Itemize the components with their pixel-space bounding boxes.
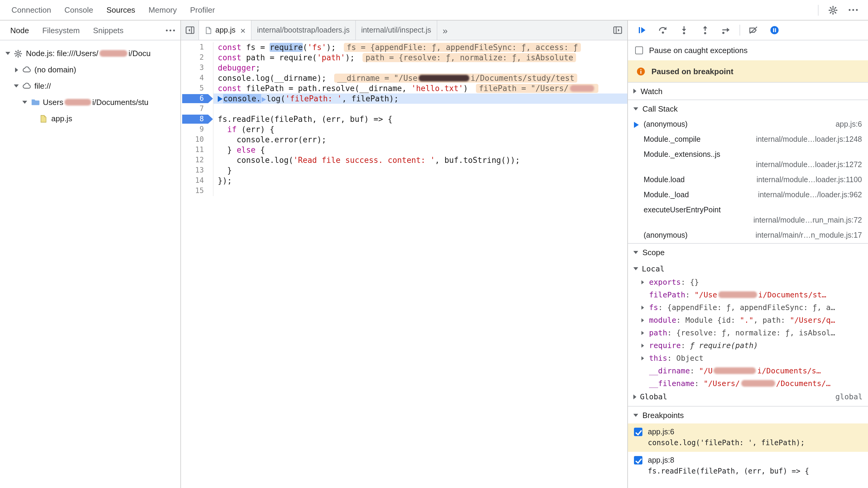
scope-property[interactable]: module: Module {id: ".", path: "/Users/q… <box>628 314 868 326</box>
line-number[interactable]: 15 <box>182 186 213 195</box>
line-number[interactable]: 1 <box>182 43 213 52</box>
tree-item[interactable]: (no domain) <box>0 62 180 78</box>
line-gutter[interactable]: 9 <box>181 124 214 134</box>
navigator-menu-kebab-icon[interactable] <box>165 25 176 36</box>
scope-section-header[interactable]: Scope <box>628 244 868 261</box>
expander-open-icon[interactable] <box>12 85 21 88</box>
step-over-icon[interactable] <box>657 25 668 36</box>
scope-property[interactable]: this: Object <box>628 352 868 364</box>
line-content[interactable]: const fs = require('fs');fs = {appendFil… <box>214 42 627 53</box>
expander-closed-icon[interactable] <box>641 330 649 335</box>
line-gutter[interactable]: 2 <box>181 53 214 63</box>
panel-tab-memory[interactable]: Memory <box>142 0 183 20</box>
line-content[interactable]: debugger; <box>214 63 627 73</box>
line-gutter[interactable]: 8 <box>181 114 214 124</box>
close-tab-icon[interactable]: × <box>240 26 246 35</box>
call-stack-frame[interactable]: Module._compileinternal/module…loader.js… <box>628 132 868 147</box>
call-stack-frame[interactable]: (anonymous)app.js:6 <box>628 117 868 132</box>
line-content[interactable]: } <box>214 165 627 176</box>
line-gutter[interactable]: 12 <box>181 155 214 165</box>
scope-group-local[interactable]: Local <box>628 262 868 276</box>
pause-on-exceptions-icon[interactable] <box>769 25 780 36</box>
tree-item[interactable]: file:// <box>0 78 180 94</box>
file-tab[interactable]: internal/bootstrap/loaders.js <box>251 21 355 40</box>
line-gutter[interactable]: 10 <box>181 134 214 145</box>
step-out-icon[interactable] <box>700 25 711 36</box>
line-content[interactable]: if (err) { <box>214 124 627 134</box>
line-content[interactable]: console.log('Read file success. content:… <box>214 155 627 165</box>
tree-item[interactable]: app.js <box>0 111 180 127</box>
line-gutter[interactable]: 11 <box>181 145 214 155</box>
scope-group-global[interactable]: Globalglobal <box>628 390 868 403</box>
pause-on-caught-checkbox[interactable] <box>635 47 643 54</box>
resume-icon[interactable] <box>637 25 647 36</box>
breakpoint-checkbox[interactable] <box>634 428 642 436</box>
expander-open-icon[interactable] <box>21 101 29 104</box>
line-gutter[interactable]: 13 <box>181 165 214 176</box>
tree-item[interactable]: Node.js: file:///Users/i/Docu <box>0 45 180 62</box>
expander-closed-icon[interactable] <box>12 67 21 72</box>
toggle-debugger-icon[interactable] <box>613 21 627 40</box>
line-number[interactable]: 10 <box>182 135 213 144</box>
scope-property[interactable]: path: {resolve: ƒ, normalize: ƒ, isAbsol… <box>628 326 868 339</box>
step-icon[interactable] <box>721 25 732 36</box>
toggle-navigator-icon[interactable] <box>181 21 199 40</box>
call-stack-frame[interactable]: (anonymous)internal/main/r…n_module.js:1… <box>628 228 868 243</box>
breakpoint-entry[interactable]: app.js:6console.log('filePath: ', filePa… <box>628 423 868 452</box>
line-gutter[interactable]: 6 <box>181 93 214 104</box>
panel-tab-console[interactable]: Console <box>58 0 100 20</box>
scope-property[interactable]: __filename: "/Users//Documents/… <box>628 377 868 390</box>
panel-tab-profiler[interactable]: Profiler <box>183 0 221 20</box>
line-number[interactable]: 9 <box>182 125 213 134</box>
watch-section-header[interactable]: Watch <box>628 83 868 99</box>
line-content[interactable] <box>214 186 627 196</box>
expander-closed-icon[interactable] <box>641 317 649 323</box>
expander-closed-icon[interactable] <box>641 356 649 360</box>
panel-tab-sources[interactable]: Sources <box>100 0 142 20</box>
line-content[interactable]: const path = require('path');path = {res… <box>214 53 627 63</box>
deactivate-breakpoints-icon[interactable] <box>748 25 759 36</box>
line-number[interactable]: 11 <box>182 145 213 154</box>
file-tab[interactable]: internal/util/inspect.js <box>355 21 437 40</box>
line-number[interactable]: 14 <box>182 176 213 185</box>
call-stack-frame[interactable]: Module._loadinternal/module…/loader.js:9… <box>628 188 868 203</box>
breakpoint-checkbox[interactable] <box>634 456 642 464</box>
navigator-tab-node[interactable]: Node <box>4 21 36 40</box>
breakpoint-entry[interactable]: app.js:8fs.readFile(filePath, (err, buf)… <box>628 452 868 480</box>
line-gutter[interactable]: 4 <box>181 73 214 83</box>
code-editor[interactable]: 1const fs = require('fs');fs = {appendFi… <box>181 40 627 488</box>
line-gutter[interactable]: 7 <box>181 104 214 114</box>
more-tabs-icon[interactable]: » <box>437 21 453 40</box>
line-gutter[interactable]: 5 <box>181 83 214 93</box>
scope-property[interactable]: filePath: "/Usei/Documents/st… <box>628 288 868 301</box>
line-content[interactable]: console.log('filePath: ', filePath); <box>214 93 627 104</box>
call-stack-frame[interactable]: Module.loadinternal/module…loader.js:110… <box>628 173 868 188</box>
panel-tab-connection[interactable]: Connection <box>5 0 58 20</box>
breakpoint-marker[interactable]: 6 <box>182 94 213 103</box>
expander-open-icon[interactable] <box>4 52 12 55</box>
step-into-icon[interactable] <box>679 25 689 36</box>
line-content[interactable] <box>214 104 627 114</box>
line-gutter[interactable]: 14 <box>181 176 214 186</box>
line-content[interactable]: }); <box>214 176 627 186</box>
navigator-tab-snippets[interactable]: Snippets <box>86 21 130 40</box>
line-gutter[interactable]: 15 <box>181 186 214 196</box>
scope-property[interactable]: fs: {appendFile: ƒ, appendFileSync: ƒ, a… <box>628 301 868 314</box>
breakpoint-marker[interactable]: 8 <box>182 115 213 124</box>
line-content[interactable]: console.error(err); <box>214 134 627 145</box>
line-content[interactable]: fs.readFile(filePath, (err, buf) => { <box>214 114 627 124</box>
line-number[interactable]: 3 <box>182 63 213 72</box>
main-menu-kebab-icon[interactable] <box>847 4 858 16</box>
line-number[interactable]: 13 <box>182 166 213 175</box>
settings-gear-icon[interactable] <box>828 4 838 16</box>
call-stack-frame[interactable]: executeUserEntryPointinternal/module…run… <box>628 203 868 228</box>
line-number[interactable]: 12 <box>182 156 213 165</box>
scope-property[interactable]: exports: {} <box>628 276 868 288</box>
line-number[interactable]: 4 <box>182 73 213 83</box>
call-stack-frame[interactable]: Module._extensions..jsinternal/module…lo… <box>628 147 868 173</box>
line-content[interactable]: } else { <box>214 145 627 155</box>
expander-closed-icon[interactable] <box>641 280 649 284</box>
expander-closed-icon[interactable] <box>641 343 649 348</box>
line-number[interactable]: 7 <box>182 104 213 113</box>
line-content[interactable]: console.log(__dirname);__dirname = "/Use… <box>214 73 627 83</box>
